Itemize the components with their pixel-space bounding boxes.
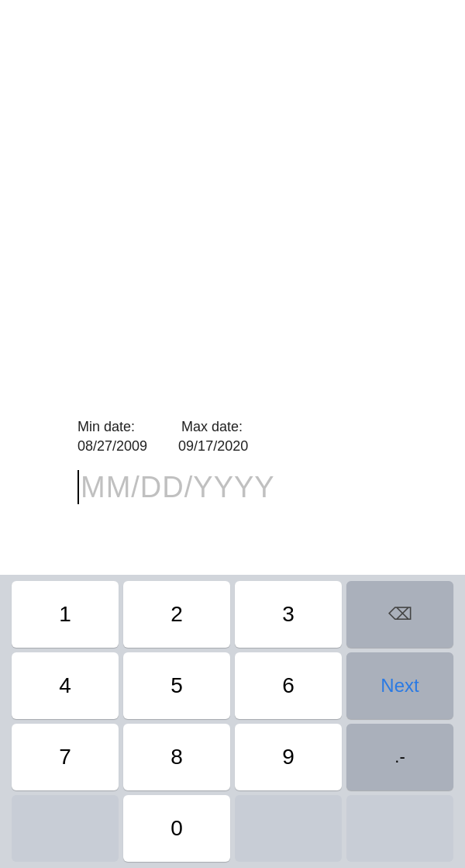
min-date-value: 08/27/2009 — [78, 438, 147, 455]
symbol-button[interactable]: .- — [346, 724, 453, 790]
key-4[interactable]: 4 — [12, 652, 119, 719]
keyboard-row-3: 7 8 9 .- — [3, 724, 462, 790]
key-empty-right2 — [346, 795, 453, 862]
key-5[interactable]: 5 — [123, 652, 230, 719]
date-labels-row: Min date: Max date: — [78, 419, 388, 435]
key-1[interactable]: 1 — [12, 581, 119, 648]
key-empty-left — [12, 795, 119, 862]
date-info: Min date: Max date: 08/27/2009 09/17/202… — [0, 419, 465, 464]
key-3[interactable]: 3 — [235, 581, 342, 648]
content-area: Min date: Max date: 08/27/2009 09/17/202… — [0, 0, 465, 527]
key-0[interactable]: 0 — [123, 795, 230, 862]
key-empty-right1 — [235, 795, 342, 862]
max-date-value: 09/17/2020 — [178, 438, 248, 455]
backspace-button[interactable]: ⌫ — [346, 581, 453, 648]
max-date-label: Max date: — [181, 419, 243, 435]
keyboard-area: 1 2 3 ⌫ 4 5 6 Next 7 8 9 .- 0 — [0, 575, 465, 868]
key-2[interactable]: 2 — [123, 581, 230, 648]
min-date-label: Min date: — [78, 419, 135, 435]
keyboard-row-4: 0 — [3, 795, 462, 862]
date-input-container[interactable]: MM/DD/YYYY — [0, 470, 465, 504]
key-9[interactable]: 9 — [235, 724, 342, 790]
backspace-icon: ⌫ — [388, 604, 412, 624]
next-button[interactable]: Next — [346, 652, 453, 719]
key-7[interactable]: 7 — [12, 724, 119, 790]
date-placeholder: MM/DD/YYYY — [81, 471, 275, 504]
keyboard-row-2: 4 5 6 Next — [3, 652, 462, 719]
key-8[interactable]: 8 — [123, 724, 230, 790]
date-values-row: 08/27/2009 09/17/2020 — [78, 438, 388, 455]
key-6[interactable]: 6 — [235, 652, 342, 719]
text-cursor — [78, 470, 79, 504]
keyboard-row-1: 1 2 3 ⌫ — [3, 581, 462, 648]
